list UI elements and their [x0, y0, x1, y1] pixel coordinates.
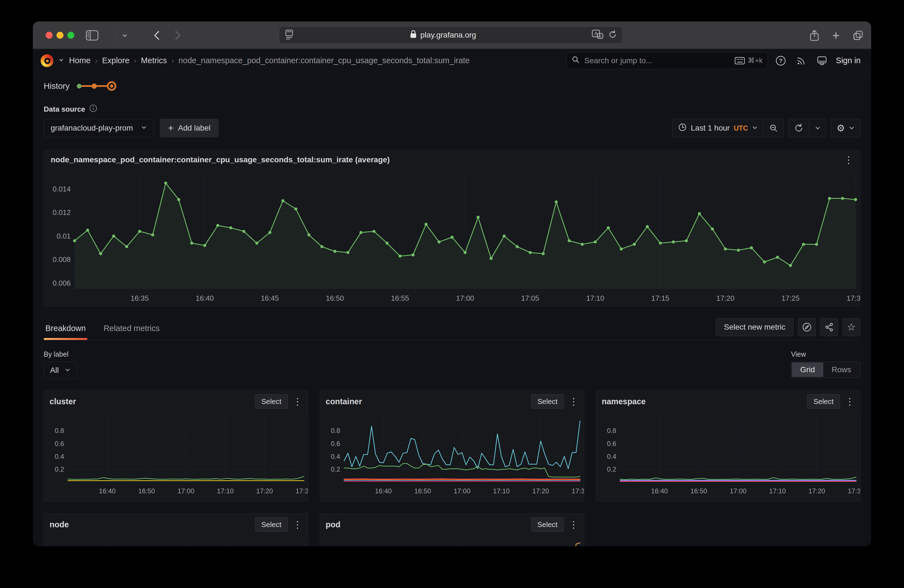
metric-timeseries-chart[interactable]: 16:3516:4016:4516:5016:5517:0017:0517:10…	[44, 167, 860, 306]
panel-title: pod	[326, 520, 340, 529]
panel-menu-icon[interactable]: ⋮	[844, 155, 853, 164]
svg-text:0.2: 0.2	[331, 466, 340, 473]
toolbar-divider	[116, 29, 117, 41]
share-icon[interactable]	[809, 21, 819, 49]
breadcrumb-home[interactable]: Home	[69, 56, 90, 65]
reader-icon[interactable]	[284, 29, 294, 41]
window-close-button[interactable]	[46, 32, 52, 39]
time-zoom-out-button[interactable]	[763, 119, 784, 137]
cluster-chart[interactable]: 16:4016:5017:0017:1017:2017:300.80.60.40…	[44, 410, 308, 497]
panel-cluster: cluster Select ⋮ 16:4016:5017:0017:1017:…	[44, 390, 308, 501]
svg-text:16:55: 16:55	[391, 294, 409, 302]
sidebar-chevron-down-icon[interactable]	[121, 21, 128, 49]
sign-in-link[interactable]: Sign in	[836, 56, 861, 65]
add-label-button[interactable]: + Add label	[160, 119, 219, 137]
refresh-button[interactable]	[789, 119, 809, 137]
chevron-down-icon	[65, 366, 70, 375]
view-toggle: Grid Rows	[791, 362, 860, 378]
svg-text:0.8: 0.8	[331, 427, 340, 434]
select-button[interactable]: Select	[255, 517, 288, 532]
by-label-label: By label	[44, 350, 77, 358]
chevron-down-icon	[849, 125, 855, 131]
svg-text:17:30: 17:30	[848, 487, 860, 495]
window-zoom-button[interactable]	[67, 32, 74, 39]
translate-icon[interactable]: A文	[592, 30, 604, 41]
svg-text:16:50: 16:50	[414, 487, 431, 495]
node-chart[interactable]: 16:4016:5017:0017:1017:2017:300.80.60.40…	[44, 533, 308, 546]
new-tab-icon[interactable]: +	[832, 21, 840, 49]
url-text: play.grafana.org	[420, 31, 476, 40]
svg-text:0.012: 0.012	[52, 208, 71, 217]
svg-text:16:50: 16:50	[326, 294, 344, 302]
grafana-logo-icon[interactable]	[41, 54, 54, 67]
monitor-icon[interactable]	[814, 55, 830, 66]
pod-chart[interactable]: 16:4016:5017:0017:1017:2017:300.80.60.40…	[320, 533, 584, 546]
by-label-group: By label All	[44, 350, 77, 379]
view-grid-option[interactable]: Grid	[792, 362, 823, 377]
view-rows-option[interactable]: Rows	[823, 362, 860, 377]
tab-overview-icon[interactable]	[852, 21, 864, 49]
tab-related-metrics[interactable]: Related metrics	[102, 319, 161, 339]
data-source-picker[interactable]: grafanacloud-play-prom	[44, 119, 154, 137]
address-bar[interactable]: play.grafana.org A文	[279, 27, 623, 44]
panel-menu-icon[interactable]: ⋮	[569, 520, 578, 529]
svg-text:17:25: 17:25	[782, 294, 800, 302]
select-button[interactable]: Select	[531, 517, 564, 532]
sidebar-toggle-icon[interactable]	[86, 21, 98, 49]
star-button[interactable]: ☆	[842, 318, 860, 336]
panel-pod: pod Select ⋮ 16:4016:5017:0017:1017:2017…	[320, 513, 584, 546]
news-rss-icon[interactable]	[793, 55, 809, 66]
svg-text:0.4: 0.4	[607, 453, 616, 460]
view-group: View Grid Rows	[791, 350, 860, 378]
lock-icon	[410, 30, 417, 41]
panel-menu-icon[interactable]: ⋮	[293, 520, 302, 529]
org-chevron-down-icon[interactable]	[58, 57, 64, 64]
select-button[interactable]: Select	[531, 394, 564, 409]
search-input[interactable]: Search or jump to... ⌘+k	[566, 52, 768, 70]
select-button[interactable]: Select	[255, 394, 288, 409]
browser-toolbar: play.grafana.org A文 +	[33, 21, 871, 49]
settings-group: ⚙	[831, 119, 860, 137]
chevron-down-icon	[752, 123, 758, 133]
window-minimize-button[interactable]	[57, 32, 63, 39]
container-chart[interactable]: 16:4016:5017:0017:1017:2017:300.80.60.40…	[320, 410, 584, 497]
select-button[interactable]: Select	[807, 394, 840, 409]
history-label[interactable]: History	[44, 81, 70, 91]
metric-panel: node_namespace_pod_container:container_c…	[44, 150, 860, 307]
back-icon[interactable]	[153, 21, 161, 49]
panel-menu-icon[interactable]: ⋮	[569, 397, 578, 406]
panel-menu-icon[interactable]: ⋮	[293, 397, 302, 406]
svg-text:17:20: 17:20	[533, 487, 549, 495]
help-icon[interactable]: ?	[773, 55, 789, 66]
time-range-picker[interactable]: Last 1 hour UTC	[672, 119, 763, 137]
namespace-chart[interactable]: 16:4016:5017:0017:1017:2017:300.80.60.40…	[596, 410, 860, 497]
history-steps-icon[interactable]	[77, 81, 116, 91]
clock-icon	[678, 123, 687, 134]
breadcrumb-explore[interactable]: Explore	[102, 56, 130, 65]
breadcrumb-separator: ›	[134, 56, 136, 65]
select-new-metric-button[interactable]: Select new metric	[716, 318, 793, 336]
panel-node: node Select ⋮ 16:4016:5017:0017:1017:201…	[44, 513, 308, 546]
svg-text:17:00: 17:00	[456, 294, 474, 302]
metric-panel-title: node_namespace_pod_container:container_c…	[51, 155, 390, 164]
svg-text:16:40: 16:40	[99, 487, 115, 495]
forward-icon[interactable]	[174, 21, 182, 49]
svg-text:0.6: 0.6	[607, 440, 616, 447]
svg-text:0.4: 0.4	[55, 453, 64, 460]
settings-button[interactable]: ⚙	[831, 119, 860, 137]
reload-icon[interactable]	[608, 30, 617, 40]
explore-compass-button[interactable]	[798, 318, 816, 336]
breadcrumb-metrics[interactable]: Metrics	[141, 56, 167, 65]
svg-text:17:20: 17:20	[809, 487, 825, 495]
breakdown-grid: cluster Select ⋮ 16:4016:5017:0017:1017:…	[44, 390, 860, 546]
refresh-interval-chevron[interactable]	[809, 119, 826, 137]
share-nodes-button[interactable]	[820, 318, 838, 336]
by-label-select[interactable]: All	[44, 362, 77, 379]
svg-text:16:40: 16:40	[375, 487, 392, 495]
timezone-badge: UTC	[734, 124, 748, 132]
svg-text:17:10: 17:10	[217, 487, 234, 495]
panel-title: namespace	[602, 397, 646, 406]
tab-breakdown[interactable]: Breakdown	[44, 319, 87, 339]
panel-menu-icon[interactable]: ⋮	[845, 397, 855, 406]
svg-text:?: ?	[779, 58, 782, 64]
